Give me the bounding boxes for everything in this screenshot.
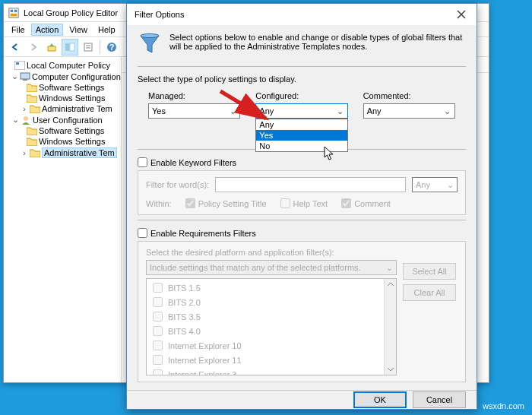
folder-icon [27, 93, 37, 103]
managed-label: Managed: [148, 91, 240, 100]
dialog-intro: Select options below to enable and chang… [169, 33, 466, 57]
keyword-panel: Filter for word(s): Any ⌄ Within: Policy… [138, 170, 466, 215]
svg-rect-5 [65, 43, 69, 51]
twisty-icon[interactable]: ⌄ [11, 115, 19, 125]
tree-root[interactable]: Local Computer Policy [5, 60, 119, 71]
folder-icon [27, 126, 37, 135]
option-no[interactable]: No [256, 141, 347, 151]
close-icon [457, 10, 466, 19]
commented-combo[interactable]: Any ⌄ [363, 103, 455, 119]
chevron-down-icon: ⌄ [335, 106, 346, 116]
within-comment-check[interactable]: Comment [341, 198, 391, 208]
within-help-check[interactable]: Help Text [280, 198, 328, 208]
up-button[interactable] [43, 39, 60, 55]
list-item[interactable]: Internet Explorer 10 [150, 338, 393, 353]
twisty-icon[interactable]: › [21, 104, 28, 113]
menu-action[interactable]: Action [31, 24, 64, 36]
commented-label: Commented: [363, 91, 455, 100]
back-button[interactable] [7, 39, 24, 55]
svg-point-17 [141, 34, 159, 38]
svg-rect-13 [16, 62, 19, 65]
main-title: Local Group Policy Editor [24, 8, 118, 17]
svg-point-16 [24, 116, 28, 121]
cancel-button[interactable]: Cancel [413, 391, 466, 408]
managed-combo[interactable]: Yes ⌄ [148, 103, 240, 119]
folder-icon [27, 137, 37, 146]
app-icon [8, 8, 19, 18]
user-icon [21, 116, 31, 125]
tree-item-selected[interactable]: ›Administrative Tem [5, 147, 119, 159]
tree-computer-config[interactable]: ⌄ Computer Configuration [5, 71, 119, 82]
list-item[interactable]: BITS 1.5 [150, 280, 393, 295]
within-title-check[interactable]: Policy Setting Title [185, 198, 267, 208]
watermark: wsxdn.com [483, 401, 524, 410]
tree-user-config[interactable]: ⌄ User Configuration [5, 114, 119, 125]
enable-keyword-check[interactable]: Enable Keyword Filters [138, 157, 466, 167]
chevron-down-icon: ⌄ [445, 180, 455, 190]
list-item[interactable]: BITS 4.0 [150, 324, 393, 338]
tree-item[interactable]: Software Settings [5, 82, 119, 93]
dialog-footer: OK Cancel [127, 390, 477, 409]
chevron-down-icon: ⌄ [442, 106, 453, 116]
clear-all-button[interactable]: Clear All [403, 284, 456, 301]
list-item[interactable]: Internet Explorer 3 [150, 367, 393, 375]
svg-rect-3 [11, 13, 17, 16]
scrollbar[interactable] [384, 279, 396, 375]
match-combo[interactable]: Any ⌄ [412, 177, 458, 192]
svg-rect-7 [84, 43, 92, 51]
configured-dropdown[interactable]: Any Yes No [255, 119, 347, 152]
platform-list[interactable]: BITS 1.5 BITS 2.0 BITS 3.5 BITS 4.0 Inte… [146, 278, 397, 375]
help-button[interactable]: ? [103, 39, 120, 55]
tree-item[interactable]: Windows Settings [5, 136, 119, 147]
filter-words-label: Filter for word(s): [146, 180, 209, 189]
svg-rect-12 [14, 61, 25, 70]
list-item[interactable]: BITS 2.0 [150, 295, 393, 309]
computer-icon [20, 72, 30, 81]
tree-item[interactable]: Software Settings [5, 125, 119, 136]
svg-rect-15 [23, 79, 27, 81]
policy-icon [14, 61, 25, 70]
menu-file[interactable]: File [7, 24, 30, 36]
requirements-panel: Select the desired platform and applicat… [138, 241, 466, 382]
configured-combo[interactable]: Any ⌄ Any Yes No [255, 103, 347, 119]
tree-pane[interactable]: Local Computer Policy ⌄ Computer Configu… [4, 57, 122, 382]
menu-view[interactable]: View [65, 24, 92, 36]
svg-rect-6 [70, 43, 74, 51]
platform-combo[interactable]: Include settings that match any of the s… [146, 260, 397, 275]
enable-req-checkbox[interactable] [138, 228, 147, 238]
twisty-icon[interactable]: › [21, 148, 28, 157]
svg-rect-14 [21, 73, 30, 79]
tree-item[interactable]: Windows Settings [5, 93, 119, 103]
list-item[interactable]: Internet Explorer 11 [150, 353, 393, 367]
enable-req-check[interactable]: Enable Requirements Filters [138, 228, 466, 238]
folder-icon [30, 148, 40, 157]
dialog-title: Filter Options [135, 10, 184, 19]
svg-rect-4 [48, 46, 55, 51]
ok-button[interactable]: OK [353, 391, 407, 408]
select-all-button[interactable]: Select All [403, 263, 456, 280]
filter-options-dialog: Filter Options Select options below to e… [126, 3, 477, 410]
menu-help[interactable]: Help [93, 24, 120, 36]
folder-icon [30, 104, 40, 113]
option-yes[interactable]: Yes [256, 130, 347, 141]
enable-keyword-checkbox[interactable] [138, 157, 147, 167]
chevron-down-icon: ⌄ [386, 263, 393, 273]
section-label: Select the type of policy settings to di… [138, 74, 466, 84]
option-any[interactable]: Any [256, 119, 347, 130]
within-label: Within: [146, 199, 172, 208]
dialog-titlebar[interactable]: Filter Options [127, 4, 477, 25]
list-item[interactable]: BITS 3.5 [150, 309, 393, 324]
show-hide-tree-button[interactable] [62, 39, 78, 55]
close-button[interactable] [446, 4, 477, 25]
funnel-icon [138, 33, 162, 57]
forward-button[interactable] [25, 39, 42, 55]
svg-rect-2 [14, 9, 17, 12]
svg-rect-1 [11, 9, 14, 12]
platform-label: Select the desired platform and applicat… [146, 248, 458, 257]
filter-words-input[interactable] [215, 177, 406, 192]
tree-item[interactable]: ›Administrative Tem [5, 103, 119, 114]
properties-button[interactable] [80, 39, 97, 55]
svg-text:?: ? [109, 43, 115, 52]
twisty-icon[interactable]: ⌄ [11, 71, 18, 81]
chevron-down-icon: ⌄ [227, 106, 238, 116]
